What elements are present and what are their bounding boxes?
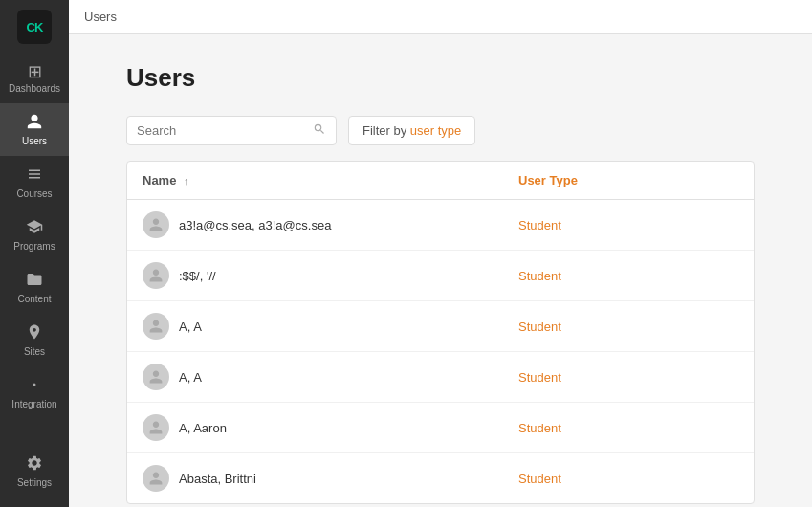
topbar: Users — [69, 0, 812, 34]
avatar — [143, 211, 169, 238]
user-type-cell: Student — [503, 403, 754, 453]
settings-icon — [26, 454, 43, 474]
sidebar-item-courses[interactable]: Courses — [0, 156, 69, 209]
sidebar-item-sites-label: Sites — [24, 346, 45, 357]
sidebar-settings-label: Settings — [17, 477, 52, 488]
user-name-cell: a3!a@cs.sea, a3!a@cs.sea — [127, 200, 503, 251]
avatar — [143, 262, 169, 289]
sidebar-settings[interactable]: Settings — [17, 445, 52, 497]
user-type-cell: Student — [503, 200, 754, 251]
table-row[interactable]: A, A Student — [127, 301, 754, 352]
sidebar-item-sites[interactable]: Sites — [0, 314, 69, 366]
column-header-user-type: User Type — [503, 162, 754, 200]
users-table: Name ↑ User Type a3!a@cs.sea, a3!a@cs.se… — [127, 162, 754, 503]
user-name: A, Aaron — [179, 421, 227, 435]
sidebar-item-integration-label: Integration — [11, 399, 56, 409]
filter-label: Filter by — [362, 123, 406, 138]
user-name-cell: Abasta, Brittni — [127, 453, 503, 504]
table-header: Name ↑ User Type — [127, 162, 754, 200]
user-name: Abasta, Brittni — [179, 472, 256, 486]
courses-icon — [26, 165, 43, 186]
table-row[interactable]: :$$/, '// Student — [127, 251, 754, 301]
table-row[interactable]: a3!a@cs.sea, a3!a@cs.sea Student — [127, 200, 754, 251]
avatar — [143, 364, 169, 390]
sidebar: CK ⊞ Dashboards Users Courses Programs — [0, 0, 69, 507]
sidebar-item-content-label: Content — [17, 294, 51, 304]
user-type-value: Student — [518, 218, 561, 232]
search-icon — [313, 122, 326, 139]
user-cell: a3!a@cs.sea, a3!a@cs.sea — [143, 211, 488, 238]
table-row[interactable]: A, Aaron Student — [127, 403, 754, 453]
avatar — [143, 414, 169, 441]
table-row[interactable]: A, A Student — [127, 352, 754, 403]
user-type-value: Student — [518, 269, 561, 283]
user-type-cell: Student — [503, 251, 754, 301]
filter-button[interactable]: Filter by user type — [348, 116, 475, 145]
user-cell: Abasta, Brittni — [143, 465, 488, 492]
user-name-cell: A, A — [127, 301, 503, 352]
dashboard-icon: ⊞ — [28, 63, 42, 80]
table-container: Name ↑ User Type a3!a@cs.sea, a3!a@cs.se… — [126, 161, 755, 504]
column-header-name: Name ↑ — [127, 162, 503, 200]
user-name: A, A — [179, 320, 202, 334]
user-type-value: Student — [518, 370, 561, 385]
table-row[interactable]: Abasta, Brittni Student — [127, 453, 754, 504]
user-type-cell: Student — [503, 453, 754, 504]
user-name-cell: :$$/, '// — [127, 251, 503, 301]
user-type-value: Student — [518, 472, 561, 486]
toolbar: Filter by user type — [126, 116, 755, 145]
user-cell: A, A — [143, 364, 488, 390]
user-cell: :$$/, '// — [143, 262, 488, 289]
user-cell: A, A — [143, 313, 488, 340]
filter-highlight: user type — [410, 123, 461, 138]
user-name: A, A — [179, 370, 202, 385]
user-type-value: Student — [518, 320, 561, 334]
user-type-cell: Student — [503, 352, 754, 403]
user-name-cell: A, Aaron — [127, 403, 503, 453]
avatar — [143, 465, 169, 492]
sidebar-bottom: Settings — [17, 445, 52, 507]
avatar — [143, 313, 169, 340]
user-name-cell: A, A — [127, 352, 503, 403]
integration-icon — [26, 376, 43, 396]
sidebar-item-programs[interactable]: Programs — [0, 209, 69, 261]
logo-text: CK — [27, 20, 43, 34]
logo-icon: CK — [17, 10, 52, 44]
user-name: a3!a@cs.sea, a3!a@cs.sea — [179, 218, 331, 232]
sidebar-navigation: ⊞ Dashboards Users Courses Programs Co — [0, 54, 69, 445]
content-icon — [26, 271, 43, 291]
search-box — [126, 116, 337, 145]
user-type-value: Student — [518, 421, 561, 435]
sidebar-item-users[interactable]: Users — [0, 103, 69, 156]
svg-point-0 — [33, 384, 36, 386]
content-area: Users Filter by user type Name ↑ — [69, 34, 812, 507]
user-cell: A, Aaron — [143, 414, 488, 441]
user-name: :$$/, '// — [179, 269, 216, 283]
sidebar-item-content[interactable]: Content — [0, 261, 69, 314]
sidebar-item-programs-label: Programs — [13, 241, 55, 252]
sidebar-item-users-label: Users — [22, 136, 47, 146]
page-title: Users — [126, 63, 755, 93]
sidebar-item-integration[interactable]: Integration — [0, 366, 69, 419]
sidebar-item-courses-label: Courses — [16, 188, 52, 199]
breadcrumb: Users — [84, 10, 117, 24]
sort-arrow-name: ↑ — [184, 175, 189, 187]
sites-icon — [26, 323, 43, 343]
sidebar-item-dashboards[interactable]: ⊞ Dashboards — [0, 54, 69, 103]
sidebar-logo: CK — [0, 0, 69, 54]
user-type-cell: Student — [503, 301, 754, 352]
main-content: Users Users Filter by user type Name — [69, 0, 812, 507]
search-input[interactable] — [137, 123, 307, 138]
programs-icon — [26, 218, 43, 238]
table-body: a3!a@cs.sea, a3!a@cs.sea Student :$$/, '… — [127, 200, 754, 504]
users-icon — [26, 113, 43, 133]
sidebar-item-dashboards-label: Dashboards — [9, 83, 60, 94]
